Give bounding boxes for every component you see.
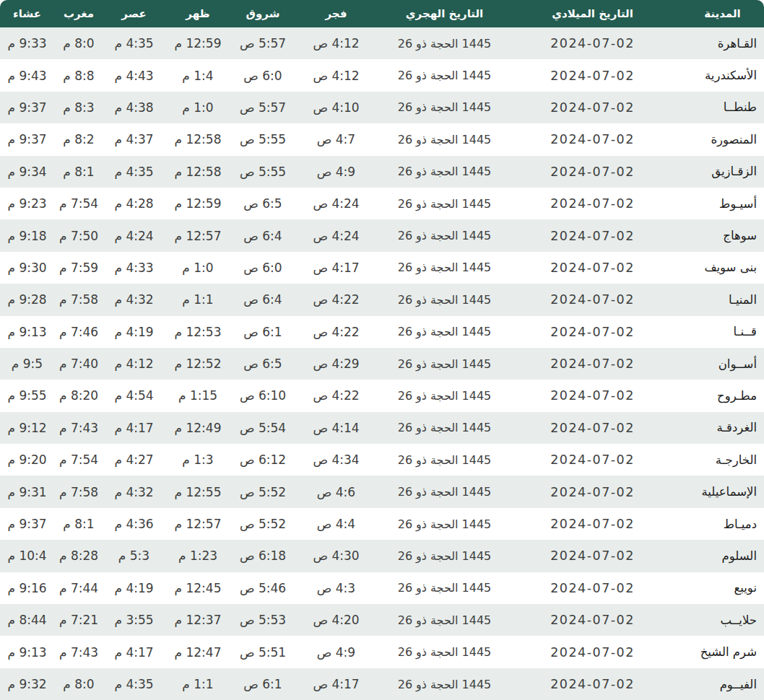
hijri-date-cell: 26ذوالحجة1445	[378, 636, 511, 668]
sunrise-cell: 6:10 ص	[231, 380, 295, 411]
maghrib-cell: 8:1 م	[54, 156, 103, 188]
maghrib-cell: 7:50 م	[54, 219, 103, 251]
hijri-date-text: 26ذوالحجة1445	[379, 485, 510, 499]
city-cell: طنطــا	[674, 92, 764, 123]
maghrib-cell: 7:54 م	[54, 444, 103, 476]
gregorian-date-cell: 2024-07-02	[511, 188, 674, 219]
fajr-cell: 4:14 ص	[295, 412, 378, 444]
table-row: المنيـا2024-07-0226ذوالحجة14454:22 ص6:4 …	[0, 284, 764, 315]
asr-cell: 4:38 م	[103, 92, 165, 123]
asr-cell: 4:19 م	[103, 572, 165, 604]
table-row: أســوان2024-07-0226ذوالحجة14454:29 ص6:5 …	[0, 348, 764, 380]
sunrise-cell: 5:52 ص	[231, 508, 295, 540]
gregorian-date-cell: 2024-07-02	[511, 668, 674, 700]
hijri-date-text: 26ذوالحجة1445	[379, 69, 510, 82]
table-row: نويبع2024-07-0226ذوالحجة14454:3 ص5:46 ص1…	[0, 572, 764, 604]
sunrise-cell: 6:1 ص	[231, 668, 295, 700]
city-cell: الزقـازيق	[674, 156, 764, 188]
asr-cell: 4:32 م	[103, 476, 165, 507]
city-cell: قــنـا	[674, 316, 764, 348]
city-cell: أسيـوط	[674, 188, 764, 219]
dhuhr-cell: 12:45 م	[165, 572, 231, 604]
hijri-date-text: 26ذوالحجة1445	[379, 197, 510, 211]
sunrise-cell: 5:54 ص	[231, 412, 295, 444]
maghrib-cell: 7:40 م	[54, 348, 103, 380]
isha-cell: 9:31 م	[0, 476, 54, 507]
maghrib-cell: 8:2 م	[54, 123, 103, 155]
city-cell: الإسماعيلية	[674, 476, 764, 507]
sunrise-cell: 6:4 ص	[231, 219, 295, 251]
table-row: الخارجـة2024-07-0226ذوالحجة14454:34 ص6:1…	[0, 444, 764, 476]
dhuhr-cell: 12:55 م	[165, 476, 231, 507]
hijri-date-cell: 26ذوالحجة1445	[378, 284, 511, 315]
isha-cell: 9:13 م	[0, 316, 54, 348]
asr-cell: 4:35 م	[103, 668, 165, 700]
hijri-date-text: 26ذوالحجة1445	[379, 645, 510, 659]
dhuhr-cell: 1:15 م	[165, 380, 231, 411]
isha-cell: 9:55 م	[0, 380, 54, 411]
maghrib-cell: 8:3 م	[54, 92, 103, 123]
sunrise-cell: 6:12 ص	[231, 444, 295, 476]
asr-cell: 4:28 م	[103, 188, 165, 219]
hijri-date-cell: 26ذوالحجة1445	[378, 316, 511, 348]
isha-cell: 9:34 م	[0, 156, 54, 188]
fajr-cell: 4:30 ص	[295, 540, 378, 572]
table-row: بنى سويف2024-07-0226ذوالحجة14454:17 ص6:0…	[0, 252, 764, 284]
fajr-cell: 4:34 ص	[295, 444, 378, 476]
hijri-date-text: 26ذوالحجة1445	[379, 325, 510, 338]
hijri-date-cell: 26ذوالحجة1445	[378, 27, 511, 59]
gregorian-date-cell: 2024-07-02	[511, 156, 674, 188]
gregorian-date-cell: 2024-07-02	[511, 252, 674, 284]
table-header: المدينة التاريخ الميلادي التاريخ الهجري …	[0, 0, 764, 27]
table-row: المنصورة2024-07-0226ذوالحجة14454:7 ص5:55…	[0, 123, 764, 155]
dhuhr-cell: 12:47 م	[165, 636, 231, 668]
isha-cell: 9:33 م	[0, 27, 54, 59]
maghrib-cell: 7:44 م	[54, 572, 103, 604]
gregorian-date-cell: 2024-07-02	[511, 219, 674, 251]
column-header-asr: عصر	[103, 0, 165, 27]
asr-cell: 4:36 م	[103, 508, 165, 540]
maghrib-cell: 7:46 م	[54, 316, 103, 348]
isha-cell: 9:13 م	[0, 636, 54, 668]
dhuhr-cell: 1:3 م	[165, 444, 231, 476]
isha-cell: 9:16 م	[0, 572, 54, 604]
fajr-cell: 4:12 ص	[295, 27, 378, 59]
gregorian-date-cell: 2024-07-02	[511, 636, 674, 668]
gregorian-date-cell: 2024-07-02	[511, 348, 674, 380]
hijri-date-text: 26ذوالحجة1445	[379, 100, 510, 114]
hijri-date-text: 26ذوالحجة1445	[379, 453, 510, 467]
hijri-date-cell: 26ذوالحجة1445	[378, 668, 511, 700]
hijri-date-text: 26ذوالحجة1445	[379, 229, 510, 242]
asr-cell: 4:12 م	[103, 348, 165, 380]
table-body: القـاهرة2024-07-0226ذوالحجة14454:12 ص5:5…	[0, 27, 764, 700]
hijri-date-text: 26ذوالحجة1445	[379, 678, 510, 691]
dhuhr-cell: 1:1 م	[165, 668, 231, 700]
asr-cell: 4:35 م	[103, 27, 165, 59]
sunrise-cell: 5:52 ص	[231, 476, 295, 507]
fajr-cell: 4:24 ص	[295, 219, 378, 251]
city-cell: الفيــوم	[674, 668, 764, 700]
maghrib-cell: 8:8 م	[54, 59, 103, 91]
table-row: شرم الشيخ2024-07-0226ذوالحجة14454:9 ص5:5…	[0, 636, 764, 668]
dhuhr-cell: 12:57 م	[165, 219, 231, 251]
asr-cell: 4:17 م	[103, 412, 165, 444]
fajr-cell: 4:3 ص	[295, 572, 378, 604]
dhuhr-cell: 1:0 م	[165, 252, 231, 284]
isha-cell: 9:12 م	[0, 412, 54, 444]
fajr-cell: 4:22 ص	[295, 284, 378, 315]
isha-cell: 9:37 م	[0, 123, 54, 155]
column-header-fajr: فجر	[295, 0, 378, 27]
sunrise-cell: 5:55 ص	[231, 123, 295, 155]
hijri-date-cell: 26ذوالحجة1445	[378, 380, 511, 411]
hijri-date-cell: 26ذوالحجة1445	[378, 348, 511, 380]
city-cell: المنيـا	[674, 284, 764, 315]
table-row: أسيـوط2024-07-0226ذوالحجة14454:24 ص6:5 ص…	[0, 188, 764, 219]
hijri-date-cell: 26ذوالحجة1445	[378, 476, 511, 507]
prayer-times-table: المدينة التاريخ الميلادي التاريخ الهجري …	[0, 0, 764, 700]
hijri-date-text: 26ذوالحجة1445	[379, 389, 510, 403]
column-header-isha: عشاء	[0, 0, 54, 27]
fajr-cell: 4:6 ص	[295, 476, 378, 507]
sunrise-cell: 6:0 ص	[231, 252, 295, 284]
city-cell: الأسكندرية	[674, 59, 764, 91]
dhuhr-cell: 12:59 م	[165, 27, 231, 59]
